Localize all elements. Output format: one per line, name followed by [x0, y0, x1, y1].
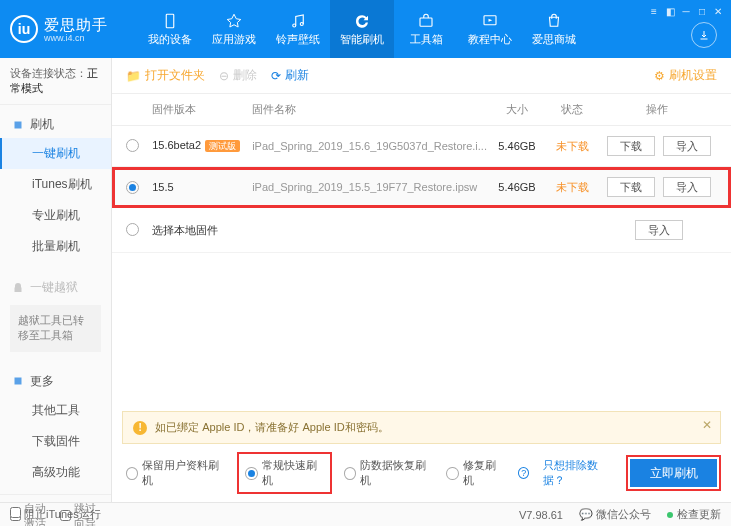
sidebar-item-batch[interactable]: 批量刷机 — [0, 231, 111, 262]
app-logo: iu — [10, 15, 38, 43]
warning-icon: ! — [133, 421, 147, 435]
maximize-icon[interactable]: □ — [695, 4, 709, 18]
minimize-icon[interactable]: ─ — [679, 4, 693, 18]
import-button[interactable]: 导入 — [663, 136, 711, 156]
folder-icon: 📁 — [126, 69, 141, 83]
th-name: 固件名称 — [252, 102, 487, 117]
app-url: www.i4.cn — [44, 33, 108, 43]
firmware-row[interactable]: 15.6beta2测试版 iPad_Spring_2019_15.6_19G50… — [112, 126, 731, 167]
check-update-link[interactable]: 检查更新 — [667, 507, 721, 522]
refresh-button[interactable]: ⟳刷新 — [271, 67, 309, 84]
sidebar-item-oneclick[interactable]: 一键刷机 — [0, 138, 111, 169]
import-button[interactable]: 导入 — [663, 177, 711, 197]
sidebar-item-download[interactable]: 下载固件 — [0, 426, 111, 457]
open-folder-button[interactable]: 📁打开文件夹 — [126, 67, 205, 84]
mode-keep-data[interactable]: 保留用户资料刷机 — [126, 458, 225, 488]
flash-now-button[interactable]: 立即刷机 — [630, 459, 717, 487]
nav-store[interactable]: 爱思商城 — [522, 0, 586, 58]
appleid-warning: ! 如已绑定 Apple ID，请准备好 Apple ID和密码。 ✕ — [122, 411, 721, 444]
nav-toolbox[interactable]: 工具箱 — [394, 0, 458, 58]
svg-rect-6 — [15, 378, 22, 385]
svg-rect-3 — [420, 18, 432, 26]
delete-button: ⊖删除 — [219, 67, 257, 84]
nav-tutorial[interactable]: 教程中心 — [458, 0, 522, 58]
th-status: 状态 — [547, 102, 597, 117]
gear-icon: ⚙ — [654, 69, 665, 83]
flash-settings-button[interactable]: ⚙刷机设置 — [654, 67, 717, 84]
firmware-row-selected[interactable]: 15.5 iPad_Spring_2019_15.5_19F77_Restore… — [112, 167, 731, 208]
sidebar-group-flash[interactable]: 刷机 — [0, 111, 111, 138]
wechat-link[interactable]: 💬 微信公众号 — [579, 507, 651, 522]
mode-normal[interactable]: 常规快速刷机 — [239, 454, 329, 492]
sidebar-group-jailbreak[interactable]: 一键越狱 — [0, 274, 111, 301]
th-version: 固件版本 — [152, 102, 252, 117]
svg-point-2 — [300, 22, 303, 25]
svg-rect-5 — [15, 121, 22, 128]
connection-status: 设备连接状态：正常模式 — [0, 58, 111, 105]
refresh-icon: ⟳ — [271, 69, 281, 83]
block-itunes-checkbox[interactable]: 阻止iTunes运行 — [10, 507, 101, 522]
nav-my-device[interactable]: 我的设备 — [138, 0, 202, 58]
download-button[interactable]: 下载 — [607, 177, 655, 197]
row-radio[interactable] — [126, 181, 139, 194]
svg-rect-0 — [166, 14, 174, 28]
th-ops: 操作 — [597, 102, 717, 117]
th-size: 大小 — [487, 102, 547, 117]
import-button[interactable]: 导入 — [635, 220, 683, 240]
close-warning-icon[interactable]: ✕ — [702, 418, 712, 432]
download-button[interactable]: 下载 — [607, 136, 655, 156]
skin-icon[interactable]: ◧ — [663, 4, 677, 18]
beta-badge: 测试版 — [205, 140, 240, 152]
exclude-data-link[interactable]: 只想排除数据？ — [543, 458, 616, 488]
nav-ringtone[interactable]: 铃声壁纸 — [266, 0, 330, 58]
nav-flash[interactable]: 智能刷机 — [330, 0, 394, 58]
sidebar-item-advanced[interactable]: 高级功能 — [0, 457, 111, 488]
svg-point-1 — [293, 24, 296, 27]
jailbreak-note: 越狱工具已转移至工具箱 — [10, 305, 101, 352]
sidebar-item-pro[interactable]: 专业刷机 — [0, 200, 111, 231]
sidebar-item-other[interactable]: 其他工具 — [0, 395, 111, 426]
mode-repair[interactable]: 修复刷机 — [446, 458, 504, 488]
version-label: V7.98.61 — [519, 509, 563, 521]
row-radio[interactable] — [126, 223, 139, 236]
close-icon[interactable]: ✕ — [711, 4, 725, 18]
info-icon[interactable]: ? — [518, 467, 529, 479]
sidebar-group-more[interactable]: 更多 — [0, 368, 111, 395]
nav-apps[interactable]: 应用游戏 — [202, 0, 266, 58]
delete-icon: ⊖ — [219, 69, 229, 83]
row-radio[interactable] — [126, 139, 139, 152]
local-firmware-row[interactable]: 选择本地固件 导入 — [112, 208, 731, 253]
download-indicator-icon[interactable] — [691, 22, 717, 48]
sidebar-item-itunes[interactable]: iTunes刷机 — [0, 169, 111, 200]
menu-icon[interactable]: ≡ — [647, 4, 661, 18]
mode-anti-recover[interactable]: 防数据恢复刷机 — [344, 458, 433, 488]
